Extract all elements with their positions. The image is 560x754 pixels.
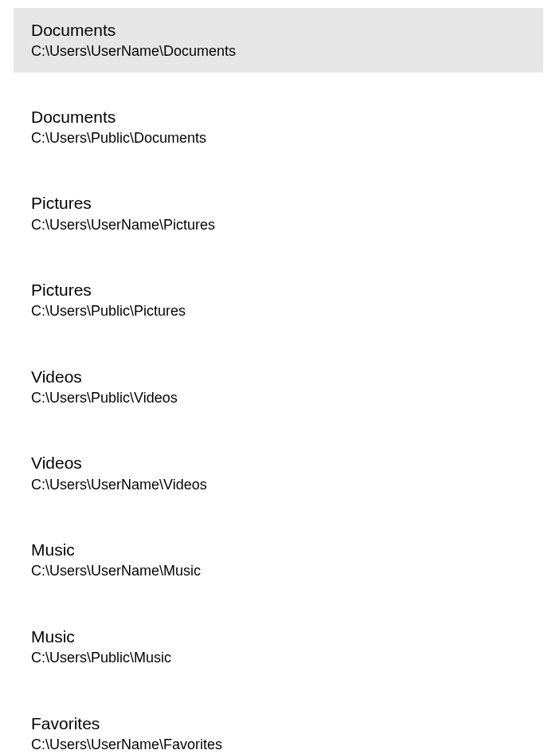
list-item[interactable]: Music C:\Users\Public\Music xyxy=(14,615,543,679)
list-item[interactable]: Favorites C:\Users\UserName\Favorites xyxy=(14,701,543,755)
folder-path: C:\Users\UserName\Documents xyxy=(31,42,526,61)
folder-path: C:\Users\Public\Music xyxy=(31,649,526,667)
folder-title: Favorites xyxy=(31,713,526,734)
folder-path: C:\Users\Public\Pictures xyxy=(31,302,526,320)
folder-title: Videos xyxy=(31,366,526,387)
list-item[interactable]: Pictures C:\Users\UserName\Pictures xyxy=(14,181,543,245)
folder-title: Music xyxy=(31,539,526,560)
list-item[interactable]: Documents C:\Users\Public\Documents xyxy=(14,95,543,159)
folder-path: C:\Users\UserName\Videos xyxy=(31,476,526,494)
folder-path: C:\Users\UserName\Pictures xyxy=(31,216,526,234)
list-item[interactable]: Videos C:\Users\UserName\Videos xyxy=(14,441,543,505)
folder-title: Music xyxy=(31,626,526,647)
folder-path: C:\Users\UserName\Favorites xyxy=(31,736,526,754)
folder-list: Documents C:\Users\UserName\Documents Do… xyxy=(0,0,560,754)
list-item[interactable]: Videos C:\Users\Public\Videos xyxy=(14,355,543,419)
folder-path: C:\Users\Public\Documents xyxy=(31,129,526,147)
list-item[interactable]: Documents C:\Users\UserName\Documents xyxy=(14,8,543,73)
folder-title: Pictures xyxy=(31,279,526,300)
folder-path: C:\Users\UserName\Music xyxy=(31,562,526,580)
folder-title: Pictures xyxy=(31,192,526,214)
list-item[interactable]: Music C:\Users\UserName\Music xyxy=(14,528,543,592)
folder-title: Documents xyxy=(31,106,526,128)
folder-title: Videos xyxy=(31,452,526,473)
folder-path: C:\Users\Public\Videos xyxy=(31,389,526,407)
list-item[interactable]: Pictures C:\Users\Public\Pictures xyxy=(14,268,543,332)
folder-title: Documents xyxy=(31,19,526,41)
